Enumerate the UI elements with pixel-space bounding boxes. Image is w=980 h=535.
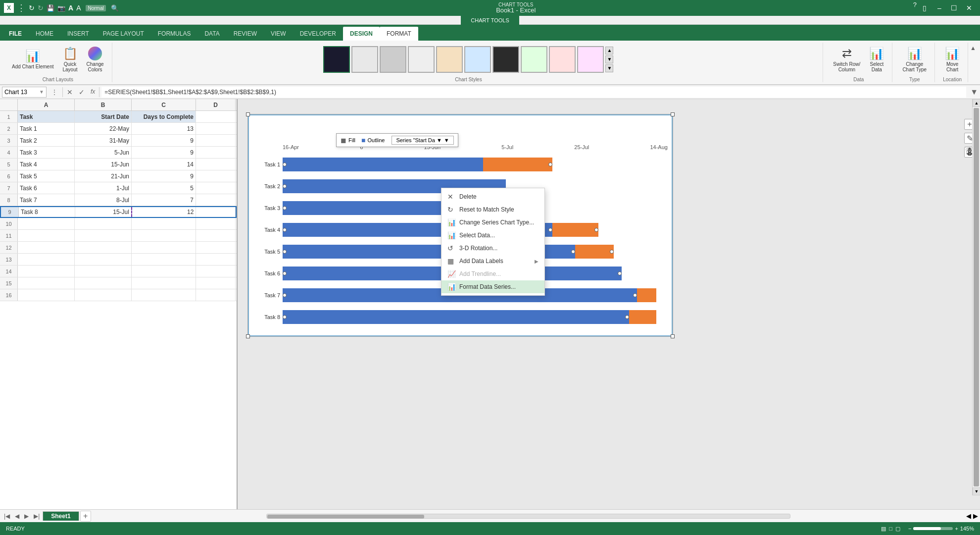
- cell-a16[interactable]: [18, 289, 75, 301]
- cell-c14[interactable]: [132, 266, 196, 277]
- cell-c11[interactable]: [132, 230, 196, 241]
- handle-left-1[interactable]: [283, 162, 287, 166]
- move-chart-btn[interactable]: 📊 MoveChart: [942, 45, 963, 74]
- handle-right-7[interactable]: [633, 293, 637, 297]
- series-dropdown-icon[interactable]: ▼: [444, 137, 449, 143]
- normal-view-btn[interactable]: ▤: [881, 526, 886, 532]
- sheet-nav-next[interactable]: ▶: [22, 513, 31, 520]
- cell-b2[interactable]: 22-May: [75, 123, 132, 134]
- tab-format[interactable]: FORMAT: [380, 27, 418, 41]
- chart-style-2[interactable]: [351, 46, 378, 73]
- cell-a10[interactable]: [18, 218, 75, 229]
- window-controls[interactable]: ? ▯ – ☐ ✕: [913, 1, 976, 15]
- cell-d9[interactable]: [196, 207, 236, 217]
- menu-item-reset[interactable]: ↻ Reset to Match Style: [441, 203, 544, 216]
- cell-a11[interactable]: [18, 230, 75, 241]
- handle-bl[interactable]: [246, 334, 250, 338]
- chart-style-3[interactable]: [380, 46, 406, 73]
- cell-d6[interactable]: [196, 170, 236, 182]
- cell-d5[interactable]: [196, 159, 236, 170]
- handle-br[interactable]: [671, 334, 675, 338]
- cell-b1[interactable]: Start Date: [75, 111, 132, 122]
- cell-a8[interactable]: Task 7: [18, 194, 75, 206]
- cell-c13[interactable]: [132, 254, 196, 265]
- menu-item-add-data-labels[interactable]: ▦ Add Data Labels ▶: [441, 255, 544, 268]
- menu-item-select-data[interactable]: 📊 Select Data...: [441, 229, 544, 242]
- gantt-bar-1[interactable]: [283, 158, 668, 171]
- handle-left-6[interactable]: [283, 271, 287, 275]
- chart-style-9[interactable]: [549, 46, 576, 73]
- cell-b4[interactable]: 5-Jun: [75, 147, 132, 158]
- cell-a4[interactable]: Task 3: [18, 147, 75, 158]
- cell-d3[interactable]: [196, 135, 236, 146]
- context-menu[interactable]: ✕ Delete ↻ Reset to Match Style 📊 Change…: [441, 188, 545, 296]
- menu-item-format-data-series[interactable]: 📊 Format Data Series...: [441, 280, 544, 293]
- chart-styles-scroll-more[interactable]: ▼: [605, 64, 613, 72]
- cell-a9[interactable]: Task 8: [19, 207, 75, 217]
- cell-c12[interactable]: [132, 242, 196, 253]
- series-tooltip[interactable]: ◼ Fill ■ Outline Series "Start Da ▼ ▼: [336, 133, 458, 147]
- col-header-a[interactable]: A: [18, 99, 75, 110]
- cell-d13[interactable]: [196, 254, 236, 265]
- cell-a1[interactable]: Task: [18, 111, 75, 122]
- cell-d10[interactable]: [196, 218, 236, 229]
- scroll-track[interactable]: [266, 514, 790, 519]
- tab-file[interactable]: FILE: [2, 27, 29, 41]
- add-sheet-btn[interactable]: +: [80, 511, 91, 522]
- cell-d2[interactable]: [196, 123, 236, 134]
- scroll-up-btn[interactable]: ▲: [973, 99, 980, 107]
- tab-page-layout[interactable]: PAGE LAYOUT: [96, 27, 151, 41]
- sheet-tab-1[interactable]: Sheet1: [43, 511, 79, 521]
- tab-review[interactable]: REVIEW: [227, 27, 264, 41]
- cell-a5[interactable]: Task 4: [18, 159, 75, 170]
- handle-left-5[interactable]: [283, 250, 287, 254]
- scroll-thumb-vert[interactable]: [974, 108, 979, 486]
- zoom-slider[interactable]: [913, 527, 953, 530]
- cell-a2[interactable]: Task 1: [18, 123, 75, 134]
- cell-b13[interactable]: [75, 254, 132, 265]
- handle-right-8[interactable]: [625, 315, 629, 319]
- tab-developer[interactable]: DEVELOPER: [293, 27, 343, 41]
- maximize-btn[interactable]: ☐: [947, 1, 961, 15]
- tab-data[interactable]: DATA: [197, 27, 226, 41]
- chart-style-10[interactable]: [577, 46, 604, 73]
- cell-c5[interactable]: 14: [132, 159, 196, 170]
- chart-style-6[interactable]: [464, 46, 491, 73]
- chart-style-7[interactable]: [492, 46, 519, 73]
- ribbon-collapse-btn[interactable]: ▲: [970, 43, 976, 82]
- cell-b14[interactable]: [75, 266, 132, 277]
- cell-c9[interactable]: 12: [132, 207, 196, 217]
- menu-item-change-series-type[interactable]: 📊 Change Series Chart Type...: [441, 216, 544, 229]
- name-box-dropdown[interactable]: ▼: [39, 89, 44, 95]
- cell-a3[interactable]: Task 2: [18, 135, 75, 146]
- tab-design[interactable]: DESIGN: [343, 27, 380, 41]
- scroll-thumb[interactable]: [267, 515, 424, 519]
- cell-c10[interactable]: [132, 218, 196, 229]
- handle-right-5[interactable]: [571, 250, 575, 254]
- handle-left-4[interactable]: [283, 228, 287, 232]
- tab-view[interactable]: VIEW: [264, 27, 293, 41]
- cell-d1[interactable]: [196, 111, 236, 122]
- cell-d12[interactable]: [196, 242, 236, 253]
- zoom-in-btn[interactable]: +: [955, 526, 958, 532]
- col-header-c[interactable]: C: [132, 99, 196, 110]
- switch-row-col-btn[interactable]: ⇄ Switch Row/Column: [830, 45, 863, 74]
- cell-d15[interactable]: [196, 277, 236, 289]
- minimize-btn[interactable]: –: [932, 1, 946, 15]
- col-header-b[interactable]: B: [75, 99, 132, 110]
- cell-b12[interactable]: [75, 242, 132, 253]
- gantt-bar-8[interactable]: [283, 310, 668, 324]
- cell-a12[interactable]: [18, 242, 75, 253]
- close-btn[interactable]: ✕: [962, 1, 976, 15]
- cell-a14[interactable]: [18, 266, 75, 277]
- cell-b15[interactable]: [75, 277, 132, 289]
- sheet-nav-last[interactable]: ▶|: [32, 513, 42, 520]
- cell-c4[interactable]: 9: [132, 147, 196, 158]
- cell-a7[interactable]: Task 6: [18, 182, 75, 194]
- cell-b6[interactable]: 21-Jun: [75, 170, 132, 182]
- cell-b16[interactable]: [75, 289, 132, 301]
- scroll-right[interactable]: ▶: [973, 512, 978, 520]
- cell-c15[interactable]: [132, 277, 196, 289]
- chart-style-4[interactable]: [408, 46, 435, 73]
- cell-d16[interactable]: [196, 289, 236, 301]
